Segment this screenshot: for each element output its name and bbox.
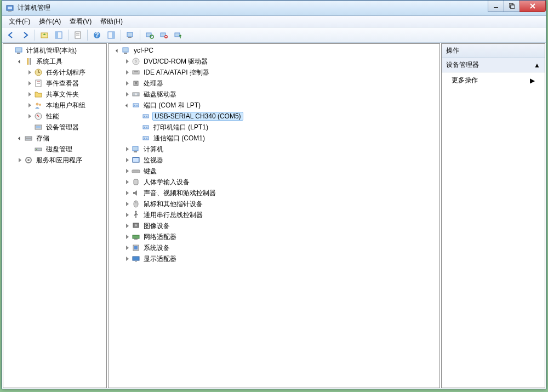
- expander-icon[interactable]: [25, 90, 34, 99]
- tree-item[interactable]: 图像设备: [109, 220, 439, 231]
- titlebar[interactable]: 计算机管理: [2, 1, 546, 16]
- menu-view[interactable]: 查看(V): [65, 16, 96, 27]
- svg-point-62: [146, 116, 147, 117]
- device-tree[interactable]: ycf-PCDVD/CD-ROM 驱动器IDE ATA/ATAPI 控制器处理器…: [108, 43, 440, 388]
- actions-section-label: 设备管理器: [446, 60, 479, 70]
- expander-icon[interactable]: [123, 156, 132, 164]
- svg-rect-75: [134, 179, 138, 185]
- tree-item[interactable]: 性能: [3, 111, 106, 122]
- expander-icon[interactable]: [113, 46, 122, 55]
- expander-icon[interactable]: [123, 145, 132, 154]
- tree-item[interactable]: 键盘: [109, 166, 439, 177]
- expander-icon[interactable]: [123, 57, 132, 66]
- svg-point-35: [39, 104, 41, 106]
- update-driver-button[interactable]: [172, 29, 185, 42]
- maximize-button[interactable]: [504, 1, 520, 12]
- more-actions-item[interactable]: 更多操作 ▶: [442, 72, 545, 88]
- forward-button[interactable]: [19, 29, 32, 42]
- back-button[interactable]: [4, 29, 18, 42]
- help-button[interactable]: ?: [90, 29, 104, 42]
- services-icon: [24, 156, 33, 164]
- expander-icon[interactable]: [123, 178, 132, 186]
- tree-item[interactable]: 端口 (COM 和 LPT): [109, 100, 439, 111]
- tree-item[interactable]: 网络适配器: [109, 231, 439, 242]
- app-window: 计算机管理 文件(F) 操作(A) 查看(V) 帮助(H) ? 计算机管理(本地…: [2, 0, 546, 389]
- svg-rect-42: [25, 139, 32, 140]
- toolbar-separator: [140, 30, 140, 41]
- tree-item[interactable]: 计算机: [109, 144, 439, 155]
- expander-icon[interactable]: [123, 79, 132, 88]
- svg-rect-57: [133, 104, 139, 107]
- expander-icon[interactable]: [123, 68, 132, 77]
- expander-icon[interactable]: [25, 79, 34, 88]
- expander-icon[interactable]: [123, 221, 132, 230]
- tree-item[interactable]: 打印机端口 (LPT1): [109, 122, 439, 133]
- tree-item[interactable]: DVD/CD-ROM 驱动器: [109, 56, 439, 67]
- svg-point-61: [144, 116, 145, 117]
- expander-icon[interactable]: [123, 243, 132, 252]
- menu-action[interactable]: 操作(A): [35, 16, 65, 27]
- menu-file[interactable]: 文件(F): [4, 16, 35, 27]
- close-button[interactable]: [520, 1, 546, 12]
- tree-item[interactable]: 系统工具: [3, 56, 106, 67]
- tree-item-label: 设备管理器: [45, 122, 80, 133]
- tree-item[interactable]: 显示适配器: [109, 253, 439, 264]
- expander-icon[interactable]: [25, 101, 34, 110]
- expander-icon: [5, 46, 14, 55]
- tree-item[interactable]: USB-SERIAL CH340 (COM5): [109, 111, 439, 122]
- tree-item[interactable]: 人体学输入设备: [109, 177, 439, 188]
- actions-section[interactable]: 设备管理器 ▲: [442, 58, 545, 72]
- expander-icon[interactable]: [123, 200, 132, 208]
- expander-icon[interactable]: [123, 90, 132, 99]
- tree-item[interactable]: 系统设备: [109, 242, 439, 253]
- expander-icon[interactable]: [123, 254, 132, 263]
- scan-hardware-button[interactable]: [143, 29, 156, 42]
- expander-icon[interactable]: [15, 134, 24, 143]
- expander-icon[interactable]: [123, 189, 132, 197]
- tree-item[interactable]: 任务计划程序: [3, 67, 106, 78]
- tree-item[interactable]: IDE ATA/ATAPI 控制器: [109, 67, 439, 78]
- action-pane-button[interactable]: [105, 29, 118, 42]
- up-button[interactable]: [38, 29, 51, 42]
- menu-help[interactable]: 帮助(H): [96, 16, 127, 27]
- expander-icon[interactable]: [123, 232, 132, 241]
- tree-item[interactable]: 声音、视频和游戏控制器: [109, 188, 439, 198]
- expander-icon[interactable]: [123, 167, 132, 175]
- tree-item[interactable]: 监视器: [109, 155, 439, 166]
- tree-item[interactable]: 存储: [3, 133, 106, 144]
- expander-icon[interactable]: [25, 112, 34, 121]
- svg-rect-3: [494, 7, 498, 8]
- tree-item-label: 处理器: [142, 78, 164, 89]
- expander-icon[interactable]: [15, 57, 24, 66]
- tree-item[interactable]: 通用串行总线控制器: [109, 209, 439, 220]
- properties-button[interactable]: [71, 29, 84, 42]
- tree-item[interactable]: 通信端口 (COM1): [109, 133, 439, 144]
- tree-item[interactable]: ycf-PC: [109, 45, 439, 56]
- tree-item-label: 图像设备: [142, 221, 171, 231]
- tree-item[interactable]: 处理器: [109, 78, 439, 89]
- minimize-button[interactable]: [488, 1, 504, 12]
- tree-item[interactable]: 事件查看器: [3, 78, 106, 89]
- tree-item[interactable]: 本地用户和组: [3, 100, 106, 111]
- device-icon: [34, 123, 43, 132]
- disk-icon: [34, 145, 43, 154]
- uninstall-button[interactable]: [157, 29, 170, 42]
- usb-icon: [132, 211, 140, 219]
- toolbar-separator: [87, 30, 88, 41]
- expander-icon[interactable]: [15, 156, 24, 164]
- show-hide-tree-button[interactable]: [52, 29, 65, 42]
- expander-icon[interactable]: [25, 68, 34, 77]
- dvd-icon: [132, 57, 140, 66]
- tree-item[interactable]: 磁盘驱动器: [109, 89, 439, 100]
- tree-item[interactable]: 鼠标和其他指针设备: [109, 198, 439, 209]
- tree-item[interactable]: 设备管理器: [3, 122, 106, 133]
- refresh-button[interactable]: [124, 29, 137, 42]
- expander-icon[interactable]: [123, 211, 132, 219]
- navigation-tree[interactable]: 计算机管理(本地)系统工具任务计划程序事件查看器共享文件夹本地用户和组性能设备管…: [3, 43, 107, 388]
- tree-item[interactable]: 磁盘管理: [3, 144, 106, 155]
- tree-item[interactable]: 计算机管理(本地): [3, 45, 106, 56]
- expander-icon: [133, 134, 141, 143]
- tree-item[interactable]: 服务和应用程序: [3, 155, 106, 166]
- tree-item[interactable]: 共享文件夹: [3, 89, 106, 100]
- expander-icon[interactable]: [123, 101, 132, 110]
